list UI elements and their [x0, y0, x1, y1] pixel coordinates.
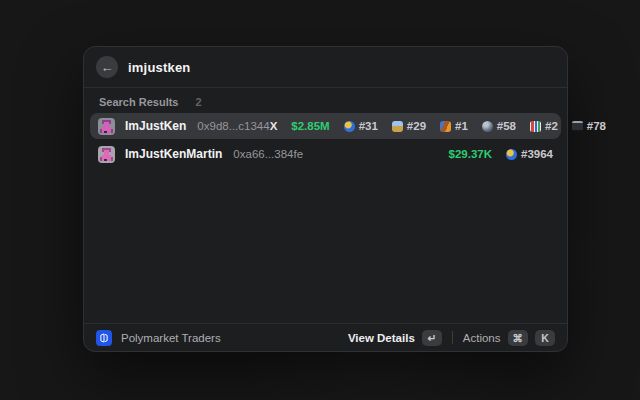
rank-number: #29 — [407, 120, 426, 132]
sphere-icon — [482, 121, 493, 132]
rank-number: #78 — [587, 120, 606, 132]
back-button[interactable]: ← — [96, 56, 118, 78]
desktop-background: ← imjustken Search Results 2 ImJustKen0x… — [0, 0, 640, 400]
results-count: 2 — [195, 96, 201, 108]
avatar — [98, 146, 115, 163]
globe-icon — [344, 121, 355, 132]
rank-number: #31 — [359, 120, 378, 132]
x-twitter-icon: X — [270, 120, 278, 132]
laptop-icon — [572, 121, 583, 132]
wallet-address: 0x9d8...c1344 — [197, 120, 269, 132]
view-details-button[interactable]: View Details — [348, 332, 415, 344]
command-key-icon: ⌘ — [508, 330, 529, 346]
wallet-address: 0xa66...384fe — [233, 148, 303, 160]
result-row[interactable]: ImJustKen0x9d8...c1344X$2.85M#31#29#1#58… — [90, 113, 561, 139]
rank-badge: #78 — [572, 120, 606, 132]
polymarket-logo-icon — [96, 330, 112, 346]
search-bar: ← imjustken — [84, 47, 567, 88]
footer-divider — [452, 331, 453, 344]
torch-icon — [440, 121, 451, 132]
rank-badge: #29 — [392, 120, 426, 132]
results-label: Search Results — [99, 96, 178, 108]
rank-number: #58 — [497, 120, 516, 132]
rank-badge: #2 — [530, 120, 558, 132]
rank-number: #2 — [545, 120, 558, 132]
back-arrow-icon: ← — [101, 61, 114, 74]
actions-button[interactable]: Actions — [463, 332, 501, 344]
actions-shortcut-keys: ⌘K — [501, 330, 556, 346]
rank-number: #1 — [455, 120, 468, 132]
rank-badge: #1 — [440, 120, 468, 132]
volume-value: $2.85M — [291, 120, 329, 132]
k-key-icon: K — [535, 330, 555, 346]
trader-name: ImJustKen — [125, 119, 186, 133]
enter-key-icon: ↵ — [422, 330, 442, 346]
rank-badge: #3964 — [506, 148, 553, 160]
trader-name: ImJustKenMartin — [125, 147, 222, 161]
avatar — [98, 118, 115, 135]
row-stats: X$2.85M#31#29#1#58#2#78 — [270, 120, 606, 132]
empty-content-area — [84, 169, 567, 323]
footer-bar: Polymarket Traders View Details ↵ Action… — [84, 323, 567, 351]
footer-actions: View Details ↵ Actions ⌘K — [348, 330, 555, 346]
rank-badge: #31 — [344, 120, 378, 132]
volume-value: $29.37K — [449, 148, 492, 160]
rank-badge: #58 — [482, 120, 516, 132]
results-list: ImJustKen0x9d8...c1344X$2.85M#31#29#1#58… — [84, 112, 567, 169]
result-row[interactable]: ImJustKenMartin0xa66...384fe$29.37K#3964 — [90, 141, 561, 167]
command-palette-window: ← imjustken Search Results 2 ImJustKen0x… — [83, 46, 568, 352]
app-name: Polymarket Traders — [121, 332, 221, 344]
globe-icon — [506, 149, 517, 160]
box-icon — [392, 121, 403, 132]
search-input[interactable]: imjustken — [128, 60, 190, 75]
chart-icon — [530, 121, 541, 132]
rank-number: #3964 — [521, 148, 553, 160]
row-stats: $29.37K#3964 — [449, 148, 553, 160]
results-header: Search Results 2 — [84, 88, 567, 112]
